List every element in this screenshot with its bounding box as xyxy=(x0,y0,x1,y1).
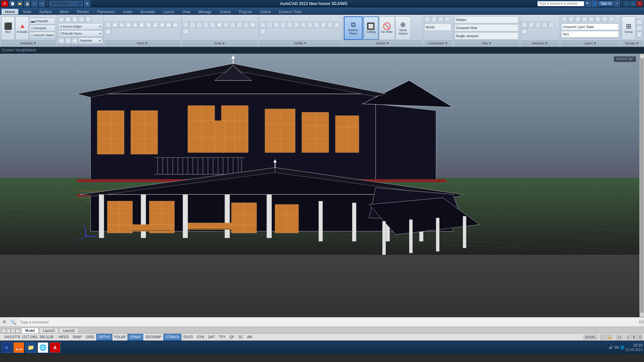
sign-in-button[interactable]: Sign In xyxy=(598,1,613,6)
draw-icon-1[interactable]: ╱ xyxy=(183,22,189,28)
solid-small-icon-1[interactable]: ⊡ xyxy=(58,38,64,44)
mesh-icon-8[interactable]: ◒ xyxy=(152,22,158,28)
sel-icon-2[interactable]: ⊟ xyxy=(528,22,534,28)
modify-icon-4[interactable]: ⬡ xyxy=(280,22,286,28)
tab-parametric[interactable]: Parametric xyxy=(94,9,119,14)
qp-btn[interactable]: QP xyxy=(227,334,236,341)
zoom-label[interactable]: 1:1 xyxy=(616,335,623,340)
layout-first-btn[interactable]: |◀ xyxy=(1,328,6,333)
extrude-button[interactable]: 🔺 Extrude xyxy=(15,16,29,40)
draw-icon-6[interactable]: ⬟ xyxy=(216,22,222,28)
autocad-taskbar-icon[interactable]: A xyxy=(50,342,60,353)
layer-name-dropdown-icon[interactable]: ▼ xyxy=(615,33,618,36)
modeling-expand-icon[interactable]: ▼ xyxy=(33,42,36,45)
maximize-button[interactable]: □ xyxy=(630,1,636,6)
solid-icon-1[interactable]: ■ xyxy=(58,16,64,22)
tab-view[interactable]: View xyxy=(179,9,194,14)
tab-solid[interactable]: Solid xyxy=(19,9,35,14)
mesh-icon-2[interactable]: ▣ xyxy=(112,22,118,28)
layer-icon-4[interactable]: ⊗ xyxy=(582,16,588,22)
layout-prev-btn[interactable]: ◀ xyxy=(6,328,11,333)
layer-state-dropdown-icon[interactable]: ▼ xyxy=(615,26,618,28)
hidden-dropdown-icon[interactable]: ▼ xyxy=(515,19,517,21)
am-btn[interactable]: AM xyxy=(245,334,254,341)
mesh-icon-3[interactable]: ◈ xyxy=(119,22,125,28)
draw-icon-3[interactable]: ○ xyxy=(196,22,202,28)
groups-expand[interactable]: ▼ xyxy=(636,42,639,45)
tab-insert[interactable]: Insert xyxy=(119,9,136,14)
draw-icon-7[interactable]: ✦ xyxy=(223,22,229,28)
redo-btn[interactable]: ↪ xyxy=(39,1,45,7)
modify-icon-9[interactable]: ⌂ xyxy=(314,22,320,28)
layer-icon-7[interactable]: ⊛ xyxy=(602,16,608,22)
scroll-down-btn[interactable]: ▼ xyxy=(640,312,644,317)
mesh-icon-9[interactable]: ◓ xyxy=(159,22,165,28)
layout-last-btn[interactable]: ▶| xyxy=(15,328,20,333)
mesh-icon-5[interactable]: ◎ xyxy=(132,22,138,28)
modify-icon-1[interactable]: ↗ xyxy=(260,22,266,28)
extrude-faces-dropdown[interactable]: ▼ xyxy=(99,33,101,35)
save-btn[interactable]: 💾 xyxy=(24,1,30,7)
ducs-btn[interactable]: DUCS xyxy=(181,334,195,341)
sel-icon-3[interactable]: ⬚ xyxy=(535,22,541,28)
group-button[interactable]: ⊞ Group xyxy=(622,16,636,40)
annotation-btn[interactable]: A xyxy=(626,335,631,340)
draw-icon-9[interactable]: ⬡ xyxy=(236,22,243,28)
view-name-dropdown[interactable]: Unsaved View ▼ xyxy=(454,24,519,32)
polysolid-button[interactable]: ▬ Polysolid xyxy=(30,18,55,24)
modify-icon-7[interactable]: ∿ xyxy=(300,22,306,28)
solid-small-icon-3[interactable]: ⊕ xyxy=(72,38,78,44)
tab-online[interactable]: Online xyxy=(257,9,275,14)
group-opt-3[interactable]: ⊠ xyxy=(636,32,642,38)
sc-btn[interactable]: SC xyxy=(236,334,245,341)
extrude-faces-button[interactable]: ⤴ Extrude Faces ▼ xyxy=(58,30,102,37)
otrack-btn[interactable]: OTRACK xyxy=(163,334,181,341)
infer-btn[interactable]: INFER xyxy=(56,334,70,341)
view-expand[interactable]: ▼ xyxy=(489,42,492,45)
coord-icon-4[interactable]: ⊚ xyxy=(444,16,450,22)
tab-layout[interactable]: Layout xyxy=(159,9,178,14)
mesh-icon-7[interactable]: ◑ xyxy=(146,22,152,28)
tab-surface[interactable]: Surface xyxy=(36,9,56,14)
viewport-lock-btn[interactable]: 🔒 xyxy=(606,335,613,340)
cmd-close-button[interactable]: ✕ xyxy=(0,318,8,326)
tab-plugins[interactable]: Plug-ins xyxy=(235,9,256,14)
modify-icon-10[interactable]: ⊕ xyxy=(320,22,326,28)
sel-icon-5[interactable]: ◇ xyxy=(548,22,554,28)
right-scrollbar[interactable]: ▲ ▼ xyxy=(639,54,644,317)
layer-icon-2[interactable]: ⊟ xyxy=(568,16,574,22)
tab-mesh[interactable]: Mesh xyxy=(56,9,73,14)
sel-icon-6[interactable]: ◆ xyxy=(522,28,528,35)
viewport-scale-btn[interactable]: ⬚ xyxy=(600,335,606,340)
polar-btn[interactable]: POLAR xyxy=(112,334,128,341)
extract-dropdown-icon[interactable]: ▼ xyxy=(99,25,101,28)
box-button[interactable]: ⬛ Box xyxy=(1,16,15,40)
command-input[interactable] xyxy=(18,317,639,326)
tpy-btn[interactable]: TPY xyxy=(217,334,227,341)
statusbar-settings-btn[interactable]: ☰ xyxy=(637,335,643,340)
workspace-settings[interactable]: ⚙ xyxy=(84,1,90,7)
view-name-dropdown-icon[interactable]: ▼ xyxy=(515,27,517,29)
modify-icon-5[interactable]: ⇱ xyxy=(287,22,293,28)
tab-layout1[interactable]: Layout1 xyxy=(39,328,59,333)
3dosnap-btn[interactable]: 3DOSNAP xyxy=(143,334,163,341)
solid-icon-4[interactable]: ⊟ xyxy=(78,16,85,22)
modify-icon-2[interactable]: ↔ xyxy=(267,22,273,28)
mesh-icon-1[interactable]: ⬡ xyxy=(105,22,111,28)
group-opt-2[interactable]: ⊟ xyxy=(636,25,642,31)
tab-render[interactable]: Render xyxy=(73,9,93,14)
cmd-search-button[interactable]: 🔍 xyxy=(8,319,18,325)
main-viewport[interactable]: X Z Y FRONT 86° ▲ ▼ xyxy=(0,54,644,317)
modify-expand[interactable]: ▼ xyxy=(304,42,307,45)
layer-icon-1[interactable]: ⊡ xyxy=(561,16,568,22)
draw-icon-5[interactable]: ⌗ xyxy=(210,22,216,28)
ortho-btn[interactable]: ORTHO xyxy=(96,334,112,341)
selection-expand[interactable]: ▼ xyxy=(545,42,548,45)
group-opt-1[interactable]: ⊡ xyxy=(636,19,642,25)
modify-icon-6[interactable]: ⇲ xyxy=(293,22,300,28)
close-button[interactable]: ✕ xyxy=(637,1,643,6)
mesh-icon-10[interactable]: ▤ xyxy=(166,22,172,28)
tab-output[interactable]: Output xyxy=(216,9,234,14)
user-icon[interactable]: 👤 xyxy=(592,1,598,7)
draw-icon-8[interactable]: ⬠ xyxy=(230,22,236,28)
